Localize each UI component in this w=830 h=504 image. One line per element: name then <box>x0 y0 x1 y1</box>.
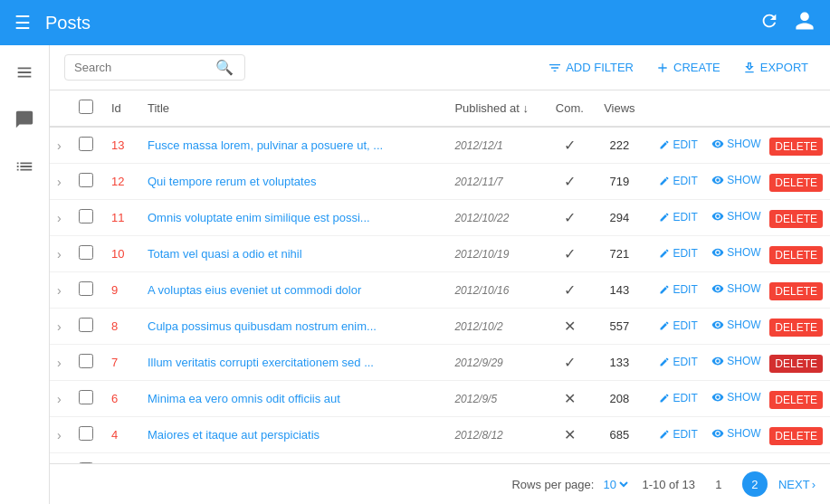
delete-button[interactable]: DELETE <box>769 391 823 409</box>
row-checkbox[interactable] <box>79 281 93 296</box>
show-button[interactable]: SHOW <box>706 243 766 262</box>
id-col-header: Id <box>104 90 140 127</box>
rows-per-page-select[interactable]: 10 25 50 <box>599 477 631 492</box>
id-link[interactable]: 13 <box>111 138 124 152</box>
delete-button[interactable]: DELETE <box>769 355 823 373</box>
search-input[interactable] <box>74 61 210 74</box>
page-1-button[interactable]: 1 <box>706 471 731 497</box>
views-value: 133 <box>610 356 630 369</box>
expand-icon[interactable]: › <box>57 283 62 298</box>
expand-cell: › <box>50 453 72 464</box>
title-link[interactable]: Illum veritatis corrupti exercitationem … <box>148 356 374 369</box>
id-link[interactable]: 10 <box>111 247 124 261</box>
row-checkbox[interactable] <box>79 426 93 441</box>
views-cell: 294 <box>592 200 646 236</box>
edit-button[interactable]: EDIT <box>654 353 702 371</box>
com-cross: ✕ <box>554 318 585 335</box>
delete-button[interactable]: DELETE <box>769 319 823 337</box>
edit-button[interactable]: EDIT <box>654 317 702 335</box>
show-button[interactable]: SHOW <box>706 352 766 370</box>
sidebar-item-list[interactable] <box>8 150 41 183</box>
views-cell: 208 <box>592 381 646 417</box>
refresh-button[interactable] <box>759 11 779 35</box>
row-checkbox[interactable] <box>79 137 93 151</box>
add-filter-button[interactable]: ADD FILTER <box>540 55 641 81</box>
row-checkbox[interactable] <box>79 245 93 260</box>
sidebar-item-comments[interactable] <box>8 103 41 136</box>
title-link[interactable]: Qui tempore rerum et voluptates <box>148 175 316 188</box>
menu-icon[interactable]: ☰ <box>14 12 31 33</box>
title-link[interactable]: Culpa possimus quibusdam nostrum enim... <box>148 319 377 333</box>
expand-icon[interactable]: › <box>57 247 62 262</box>
id-link[interactable]: 4 <box>111 428 118 442</box>
views-cell: 563 <box>592 453 646 464</box>
published-cell: 2012/8/8 <box>447 453 547 464</box>
title-link[interactable]: Maiores et itaque aut perspiciatis <box>148 428 320 442</box>
com-cell: ✕ <box>547 381 592 417</box>
row-checkbox[interactable] <box>79 354 93 368</box>
show-button[interactable]: SHOW <box>706 388 766 406</box>
expand-col-header <box>50 90 72 127</box>
title-link[interactable]: Minima ea vero omnis odit officiis aut <box>148 392 340 405</box>
expand-icon[interactable]: › <box>57 175 62 189</box>
expand-icon[interactable]: › <box>57 392 62 406</box>
delete-button[interactable]: DELETE <box>769 138 823 156</box>
edit-button[interactable]: EDIT <box>654 136 702 154</box>
delete-button[interactable]: DELETE <box>769 427 823 445</box>
id-link[interactable]: 8 <box>111 319 118 333</box>
views-cell: 719 <box>592 164 646 200</box>
expand-icon[interactable]: › <box>57 138 62 153</box>
edit-button[interactable]: EDIT <box>654 425 702 443</box>
expand-icon[interactable]: › <box>57 428 62 442</box>
title-cell: Omnis voluptate enim similique est possi… <box>140 200 447 236</box>
published-cell: 2012/12/1 <box>447 127 547 164</box>
delete-button[interactable]: DELETE <box>769 282 823 300</box>
table-row: › 2 Sint dignissimos in architecto aut 2… <box>50 453 830 464</box>
id-link[interactable]: 7 <box>111 356 118 369</box>
published-cell: 2012/8/12 <box>447 417 547 453</box>
id-cell: 9 <box>104 272 140 309</box>
next-button[interactable]: NEXT › <box>778 478 816 491</box>
sidebar-item-posts[interactable] <box>8 56 41 89</box>
row-checkbox[interactable] <box>79 318 93 332</box>
pagination-info: 1-10 of 13 <box>642 478 695 491</box>
show-button[interactable]: SHOW <box>706 207 766 225</box>
published-cell: 2012/10/19 <box>447 236 547 272</box>
edit-button[interactable]: EDIT <box>654 389 702 407</box>
select-all-checkbox[interactable] <box>79 100 93 114</box>
delete-button[interactable]: DELETE <box>769 210 823 228</box>
id-link[interactable]: 11 <box>111 211 124 224</box>
delete-button[interactable]: DELETE <box>769 246 823 264</box>
edit-button[interactable]: EDIT <box>654 281 702 299</box>
edit-button[interactable]: EDIT <box>654 244 702 262</box>
expand-icon[interactable]: › <box>57 211 62 225</box>
show-button[interactable]: SHOW <box>706 171 766 189</box>
id-link[interactable]: 12 <box>111 175 124 188</box>
delete-button[interactable]: DELETE <box>769 174 823 192</box>
id-link[interactable]: 9 <box>111 283 118 297</box>
title-link[interactable]: Totam vel quasi a odio et nihil <box>148 247 302 261</box>
page-2-button[interactable]: 2 <box>742 471 768 497</box>
row-checkbox[interactable] <box>79 209 93 223</box>
export-button[interactable]: EXPORT <box>735 55 816 81</box>
expand-icon[interactable]: › <box>57 356 62 370</box>
table-row: › 4 Maiores et itaque aut perspiciatis 2… <box>50 417 830 453</box>
show-button[interactable]: SHOW <box>706 135 766 153</box>
row-checkbox[interactable] <box>79 173 93 187</box>
title-link[interactable]: Omnis voluptate enim similique est possi… <box>148 211 370 224</box>
account-button[interactable] <box>794 10 816 36</box>
com-check: ✓ <box>554 281 585 299</box>
published-value: 2012/11/7 <box>454 176 502 188</box>
title-link[interactable]: A voluptas eius eveniet ut commodi dolor <box>148 283 361 297</box>
show-button[interactable]: SHOW <box>706 424 766 442</box>
row-checkbox[interactable] <box>79 390 93 404</box>
com-cell: ✓ <box>547 236 592 272</box>
create-button[interactable]: CREATE <box>648 55 728 81</box>
id-link[interactable]: 6 <box>111 392 118 405</box>
show-button[interactable]: SHOW <box>706 280 766 298</box>
show-button[interactable]: SHOW <box>706 316 766 334</box>
expand-icon[interactable]: › <box>57 319 62 334</box>
edit-button[interactable]: EDIT <box>654 208 702 226</box>
title-link[interactable]: Fusce massa lorem, pulvinar a posuere ut… <box>148 138 383 152</box>
edit-button[interactable]: EDIT <box>654 172 702 190</box>
